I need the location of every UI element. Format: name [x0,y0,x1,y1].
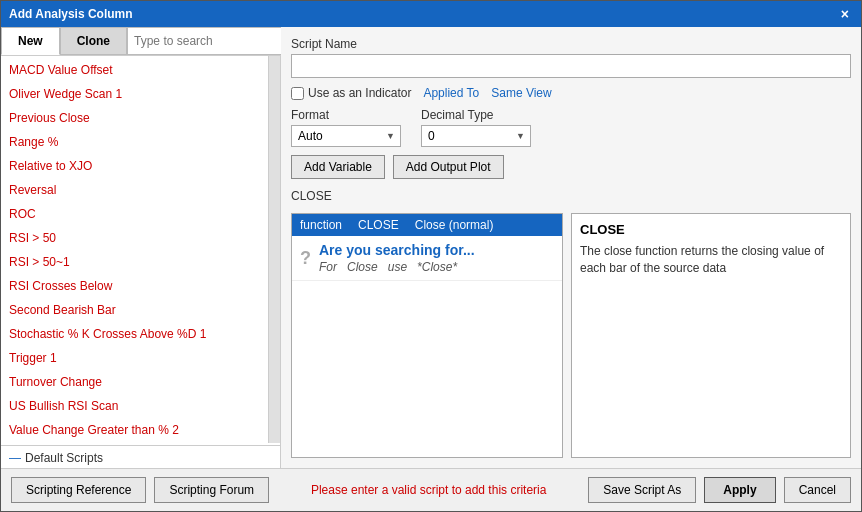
list-item[interactable]: Oliver Wedge Scan 1 [1,82,268,106]
sub-use: use [388,260,407,274]
decimal-type-group: Decimal Type 0 [421,108,531,147]
autocomplete-area: function CLOSE Close (normal) ? Are you … [291,213,563,458]
question-icon: ? [300,248,311,269]
scripting-forum-button[interactable]: Scripting Forum [154,477,269,503]
right-panel: Script Name Use as an Indicator Applied … [281,27,861,468]
suggestion-content: Are you searching for... For Close use *… [319,242,475,274]
error-message: Please enter a valid script to add this … [277,483,580,497]
list-item[interactable]: RSI > 50~1 [1,250,268,274]
format-select[interactable]: Auto [291,125,401,147]
scrollbar[interactable] [268,56,280,443]
list-item[interactable]: Stochastic % K Crosses Above %D 1 [1,322,268,346]
decimal-type-label: Decimal Type [421,108,531,122]
list-item[interactable]: Second Bearish Bar [1,298,268,322]
format-row: Format Auto Decimal Type 0 [291,108,851,147]
close-icon[interactable]: × [837,6,853,22]
add-output-plot-button[interactable]: Add Output Plot [393,155,504,179]
list-item[interactable]: MACD Value Offset [1,58,268,82]
scripting-reference-button[interactable]: Scripting Reference [11,477,146,503]
indicator-row: Use as an Indicator Applied To Same View [291,86,851,100]
autocomplete-suggestion[interactable]: ? Are you searching for... For Close use [292,236,562,281]
format-group: Format Auto [291,108,401,147]
code-label: CLOSE [291,187,851,205]
apply-button[interactable]: Apply [704,477,775,503]
section-label: Default Scripts [25,451,103,465]
list-item[interactable]: Trigger 1 [1,346,268,370]
script-name-section: Script Name [291,37,851,78]
action-btn-row: Add Variable Add Output Plot [291,155,851,179]
format-select-wrapper: Auto [291,125,401,147]
list-item[interactable]: Range % [1,130,268,154]
suggestion-main-text: Are you searching for... [319,242,475,258]
indicator-checkbox-label: Use as an Indicator [291,86,411,100]
list-item[interactable]: RSI > 50 [1,226,268,250]
add-variable-button[interactable]: Add Variable [291,155,385,179]
ac-col-function: function [292,214,350,236]
info-panel: CLOSE The close function returns the clo… [571,213,851,458]
dialog-body: New Clone MACD Value OffsetOliver Wedge … [1,27,861,468]
list-item[interactable]: ROC [1,202,268,226]
list-scroll-container: MACD Value OffsetOliver Wedge Scan 1Prev… [1,56,280,443]
title-bar: Add Analysis Column × [1,1,861,27]
divider [1,445,280,446]
list-item[interactable]: Turnover Change [1,370,268,394]
ac-col-normal: Close (normal) [407,214,502,236]
tab-new[interactable]: New [1,27,60,55]
script-name-input[interactable] [291,54,851,78]
list-item[interactable]: Value Greater than Price [1,442,268,443]
autocomplete-header: function CLOSE Close (normal) [292,214,562,236]
applied-to-link[interactable]: Applied To [423,86,479,100]
editor-row: function CLOSE Close (normal) ? Are you … [291,213,851,458]
dialog-footer: Scripting Reference Scripting Forum Plea… [1,468,861,511]
same-view-link[interactable]: Same View [491,86,551,100]
default-scripts-section: — Default Scripts [1,448,280,468]
section-collapse-icon[interactable]: — [9,451,21,465]
left-panel-tabs: New Clone [1,27,280,56]
list-item[interactable]: Relative to XJO [1,154,268,178]
sub-for: For [319,260,337,274]
dialog-title: Add Analysis Column [9,7,133,21]
list-item[interactable]: Previous Close [1,106,268,130]
list-item[interactable]: US Bullish RSI Scan [1,394,268,418]
script-name-label: Script Name [291,37,851,51]
indicator-checkbox[interactable] [291,87,304,100]
list-area: MACD Value OffsetOliver Wedge Scan 1Prev… [1,56,268,443]
suggestion-sub: For Close use *Close* [319,260,475,274]
editor-left: function CLOSE Close (normal) ? Are you … [291,213,563,458]
info-title: CLOSE [580,222,842,237]
save-script-button[interactable]: Save Script As [588,477,696,503]
tab-clone[interactable]: Clone [60,27,127,55]
add-analysis-column-dialog: Add Analysis Column × New Clone MACD Val… [0,0,862,512]
ac-col-close: CLOSE [350,214,407,236]
sub-code: *Close* [417,260,457,274]
info-description: The close function returns the closing v… [580,243,842,277]
left-panel: New Clone MACD Value OffsetOliver Wedge … [1,27,281,468]
search-input[interactable] [127,27,291,55]
decimal-select-wrapper: 0 [421,125,531,147]
decimal-select[interactable]: 0 [421,125,531,147]
list-item[interactable]: Value Change Greater than % 2 [1,418,268,442]
list-item[interactable]: Reversal [1,178,268,202]
cancel-button[interactable]: Cancel [784,477,851,503]
sub-close: Close [347,260,378,274]
format-label: Format [291,108,401,122]
list-item[interactable]: RSI Crosses Below [1,274,268,298]
